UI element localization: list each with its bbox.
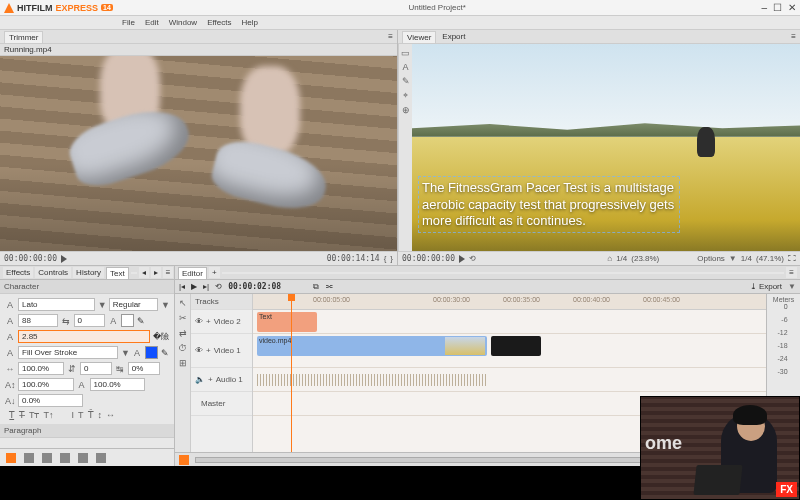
- stroke-color-swatch[interactable]: [145, 346, 158, 359]
- tab-controls[interactable]: Controls: [35, 267, 71, 278]
- scale-x-input[interactable]: 100.0%: [18, 362, 64, 375]
- goto-start-icon[interactable]: |◂: [179, 282, 185, 291]
- orbit-tool-icon[interactable]: ⌖: [403, 90, 408, 101]
- quality-left[interactable]: 1/4: [616, 254, 627, 263]
- text-overlay[interactable]: The FitnessGram Pacer Test is a multista…: [418, 176, 680, 233]
- paragraph-section[interactable]: Paragraph: [0, 424, 174, 438]
- fullscreen-icon[interactable]: ⛶: [788, 254, 796, 263]
- quality-right[interactable]: 1/4: [741, 254, 752, 263]
- baseline-input[interactable]: 0: [80, 362, 112, 375]
- font-weight-select[interactable]: Regular: [109, 298, 158, 311]
- tab-text[interactable]: Text: [106, 267, 129, 279]
- character-section: Character: [0, 280, 174, 294]
- track-master[interactable]: Master: [191, 392, 252, 416]
- tab-history[interactable]: History: [73, 267, 104, 278]
- font-size-input[interactable]: 88: [18, 314, 58, 327]
- menu-edit[interactable]: Edit: [145, 18, 159, 27]
- export-button[interactable]: ⤓ Export: [750, 282, 782, 291]
- marker-icon[interactable]: [179, 455, 189, 465]
- bold-icon[interactable]: T: [78, 410, 84, 420]
- tab-effects[interactable]: Effects: [3, 267, 33, 278]
- stroke-width-input[interactable]: 2.85: [18, 330, 150, 343]
- clip-gap[interactable]: [491, 336, 541, 356]
- set-in-icon[interactable]: {: [384, 254, 387, 263]
- time-ruler[interactable]: 00:00:05:00 00:00:30:00 00:00:35:00 00:0…: [253, 294, 766, 310]
- slip-tool-icon[interactable]: ⇄: [179, 328, 187, 338]
- trimmer-clip-name: Running.mp4: [4, 45, 52, 54]
- strikethrough-icon[interactable]: T̶: [19, 410, 25, 420]
- panel-menu-icon[interactable]: ≡: [791, 32, 796, 41]
- viewer-toolbar: ▭ A ✎ ⌖ ⊕: [398, 44, 412, 251]
- trimmer-viewport[interactable]: [0, 56, 397, 251]
- text-tool-icon[interactable]: A: [402, 62, 408, 72]
- menu-help[interactable]: Help: [241, 18, 257, 27]
- baseline-shift-input[interactable]: 0.0%: [18, 394, 83, 407]
- zoom-tool-icon[interactable]: ⊕: [402, 105, 410, 115]
- media-tab-icon[interactable]: [24, 453, 34, 463]
- hand-tool-icon[interactable]: ✎: [402, 76, 410, 86]
- media-tab-icon[interactable]: [42, 453, 52, 463]
- menu-file[interactable]: File: [122, 18, 135, 27]
- trimmer-header: Trimmer ≡: [0, 30, 397, 44]
- underline-icon[interactable]: T̲: [9, 410, 15, 420]
- tracking-input[interactable]: 0%: [128, 362, 160, 375]
- scale-y-input[interactable]: 100.0%: [18, 378, 74, 391]
- select-tool-icon[interactable]: ▭: [401, 48, 410, 58]
- leading-input[interactable]: 100.0%: [90, 378, 146, 391]
- add-tab-icon[interactable]: +: [209, 267, 220, 278]
- set-out-icon[interactable]: }: [390, 254, 393, 263]
- next-icon[interactable]: ▸: [151, 267, 161, 278]
- home-icon[interactable]: ⌂: [607, 254, 612, 263]
- snap-toggle-icon[interactable]: ⊞: [179, 358, 187, 368]
- pointer-tool-icon[interactable]: ↖: [179, 298, 187, 308]
- slice-tool-icon[interactable]: ✂: [179, 313, 187, 323]
- track-video2[interactable]: 👁+Video 2: [191, 310, 252, 334]
- eyedropper-icon[interactable]: ✎: [137, 316, 145, 326]
- snap-icon[interactable]: ⧉: [313, 282, 319, 292]
- eyedropper-icon[interactable]: ✎: [161, 348, 169, 358]
- smallcaps-icon[interactable]: Tᴛ: [29, 410, 40, 420]
- kerning-input[interactable]: 0: [74, 314, 106, 327]
- tab-editor[interactable]: Editor: [178, 267, 207, 279]
- maximize-button[interactable]: ☐: [773, 2, 782, 13]
- inspector-panel: Effects Controls History Text ◂▸≡ Charac…: [0, 266, 175, 466]
- media-tab-icon[interactable]: [78, 453, 88, 463]
- trimmer-play-button[interactable]: [61, 255, 67, 263]
- link-icon[interactable]: ⫘: [325, 282, 333, 291]
- options-menu[interactable]: Options: [697, 254, 725, 263]
- tab-viewer[interactable]: Viewer: [402, 31, 436, 43]
- viewer-transport: 00:00:00:00 ⟲ ⌂ 1/4 (23.8%) Options▼ 1/4…: [398, 251, 800, 265]
- media-tab-icon[interactable]: [96, 453, 106, 463]
- rate-tool-icon[interactable]: ⏱: [178, 343, 187, 353]
- allcaps-icon[interactable]: T̂: [88, 410, 94, 420]
- font-family-select[interactable]: Lato: [18, 298, 95, 311]
- fill-label-icon: A: [108, 316, 118, 326]
- panel-menu-icon[interactable]: ≡: [388, 32, 393, 41]
- playhead[interactable]: [291, 294, 292, 452]
- menu-window[interactable]: Window: [169, 18, 197, 27]
- media-tab-icon[interactable]: [60, 453, 70, 463]
- goto-end-icon[interactable]: ▸|: [203, 282, 209, 291]
- timeline-tc[interactable]: 00:00:02:08: [228, 282, 281, 291]
- menu-effects[interactable]: Effects: [207, 18, 231, 27]
- track-video1[interactable]: 👁+Video 1: [191, 334, 252, 368]
- stroke-mode-select[interactable]: Fill Over Stroke: [18, 346, 118, 359]
- minimize-button[interactable]: –: [761, 2, 767, 13]
- vertical-icon[interactable]: ↕: [98, 410, 103, 420]
- tab-trimmer[interactable]: Trimmer: [4, 31, 43, 43]
- prev-icon[interactable]: ◂: [139, 267, 149, 278]
- viewer-play-button[interactable]: [459, 255, 465, 263]
- loop-icon[interactable]: ⟲: [215, 282, 222, 291]
- superscript-icon[interactable]: T↑: [44, 410, 54, 420]
- tab-export[interactable]: Export: [442, 32, 465, 41]
- close-button[interactable]: ✕: [788, 2, 796, 13]
- program-viewport[interactable]: The FitnessGram Pacer Test is a multista…: [412, 44, 800, 251]
- clip-text[interactable]: Text: [257, 312, 317, 332]
- fill-color-swatch[interactable]: [121, 314, 134, 327]
- track-audio1[interactable]: 🔈+Audio 1: [191, 368, 252, 392]
- timeline-play-icon[interactable]: ▶: [191, 282, 197, 291]
- media-tab-icon[interactable]: [6, 453, 16, 463]
- italic-icon[interactable]: I: [72, 410, 75, 420]
- loop-icon[interactable]: ⟲: [469, 254, 476, 263]
- horizontal-icon[interactable]: ↔: [106, 410, 115, 420]
